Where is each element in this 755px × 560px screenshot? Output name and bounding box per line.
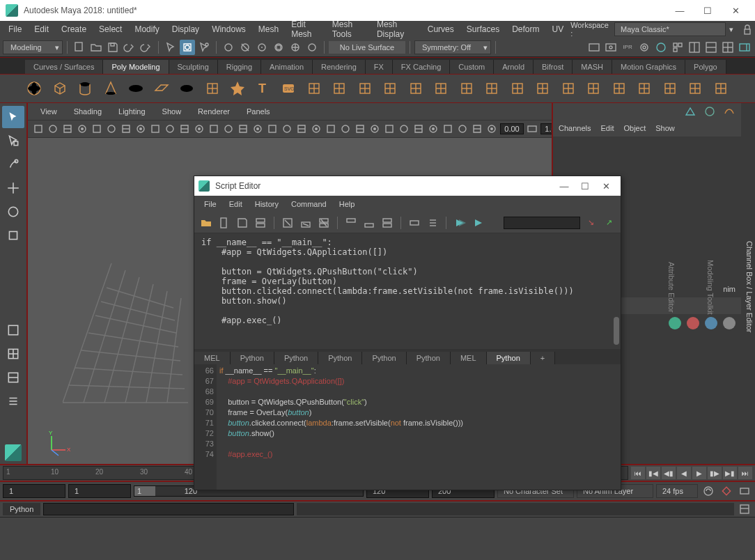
construction-history-icon[interactable] <box>684 105 696 118</box>
se-tab-7[interactable]: Python <box>487 352 531 364</box>
se-minimize-button[interactable]: — <box>554 176 575 196</box>
menu-windows[interactable]: Windows <box>206 22 251 36</box>
vp-tool-25-icon[interactable] <box>398 121 410 137</box>
vp-tool-26-icon[interactable] <box>412 121 425 137</box>
torus-icon[interactable] <box>127 79 146 98</box>
set-key-icon[interactable] <box>719 483 734 499</box>
menu-mesh-tools[interactable]: Mesh Tools <box>327 17 370 41</box>
execute-all-icon[interactable] <box>452 215 467 231</box>
svg-icon[interactable]: SVG <box>279 79 298 98</box>
prefs-icon[interactable] <box>737 483 752 499</box>
side-tab-modeling-toolkit[interactable]: Modeling Toolkit <box>705 253 716 322</box>
vp-tool-23-icon[interactable] <box>368 121 381 137</box>
vp-tool-30-icon[interactable] <box>471 121 483 137</box>
vp-tool-7-icon[interactable] <box>134 121 147 137</box>
grid4-icon[interactable] <box>483 79 501 98</box>
layout-single-icon[interactable] <box>2 319 24 341</box>
command-language-dropdown[interactable]: Python <box>3 503 40 515</box>
step-back-button[interactable]: ◀▮ <box>662 467 676 479</box>
script-output-pane[interactable]: if __name__ == "__main__": #app = QtWidg… <box>194 233 621 349</box>
se-tab-1[interactable]: Python <box>231 352 274 364</box>
rotate-tool[interactable] <box>2 201 24 223</box>
outliner-icon[interactable] <box>2 390 24 412</box>
lasso-tool[interactable] <box>2 130 24 152</box>
soccer-icon[interactable] <box>356 79 375 98</box>
close-button[interactable]: ✕ <box>722 0 749 21</box>
open-script-icon[interactable] <box>199 215 214 231</box>
workspace-dropdown[interactable]: Maya Classic* <box>614 22 726 36</box>
shelf-tab-rigging[interactable]: Rigging <box>218 60 261 74</box>
shelf-tab-motion-graphics[interactable]: Motion Graphics <box>612 60 685 74</box>
move-tool[interactable] <box>2 177 24 199</box>
sphere-icon[interactable] <box>25 79 44 98</box>
step-fwd-button[interactable]: ▮▶ <box>708 467 722 479</box>
plane-icon[interactable] <box>153 79 171 98</box>
sphere2-icon[interactable] <box>610 79 629 98</box>
se-maximize-button[interactable]: ☐ <box>575 176 596 196</box>
vp-tool-12-icon[interactable] <box>208 121 220 137</box>
lasso-select-icon[interactable] <box>180 40 195 55</box>
shelf-tab-animation[interactable]: Animation <box>261 60 313 74</box>
viewport-menu-renderer[interactable]: Renderer <box>191 105 237 118</box>
search-field[interactable] <box>504 217 580 229</box>
select-tool-icon[interactable] <box>163 40 178 55</box>
scale-tool[interactable] <box>2 224 24 247</box>
vp-tool-10-icon[interactable] <box>178 121 191 137</box>
vp-tool-3-icon[interactable] <box>76 121 88 137</box>
viewport-menu-lighting[interactable]: Lighting <box>111 105 153 118</box>
vp-tool-5-icon[interactable] <box>105 121 118 137</box>
shelf-tab-rendering[interactable]: Rendering <box>313 60 366 74</box>
ipr-icon[interactable]: IPR <box>620 40 635 55</box>
menu-edit-mesh[interactable]: Edit Mesh <box>286 17 325 41</box>
snap-live-icon[interactable] <box>288 40 303 55</box>
script-editor-titlebar[interactable]: Script Editor — ☐ ✕ <box>194 176 621 196</box>
shelf-tab-fx[interactable]: FX <box>366 60 393 74</box>
shelf-tab-arnold[interactable]: Arnold <box>494 60 534 74</box>
undo-icon[interactable] <box>122 40 137 55</box>
vp-tool-19-icon[interactable] <box>310 121 322 137</box>
shelf-tab-fx-caching[interactable]: FX Caching <box>393 60 450 74</box>
gear-icon[interactable] <box>305 79 324 98</box>
menu-curves[interactable]: Curves <box>422 22 460 36</box>
se-tab-5[interactable]: Python <box>407 352 451 364</box>
snap-grid-icon[interactable] <box>221 40 236 55</box>
platonic-icon[interactable] <box>203 79 222 98</box>
source-script-icon[interactable] <box>217 215 232 231</box>
save-script-icon[interactable] <box>235 215 250 231</box>
vp-tool-0-icon[interactable] <box>32 121 45 137</box>
play-back-button[interactable]: ◀ <box>677 467 691 479</box>
code-editor[interactable]: if __name__ == "__main__": #app = QtWidg… <box>217 364 621 490</box>
vp-tool-13-icon[interactable] <box>222 121 235 137</box>
layer-btn4-icon[interactable] <box>723 317 735 329</box>
vp-tool-14-icon[interactable] <box>237 121 249 137</box>
se-close-button[interactable]: ✕ <box>596 176 616 196</box>
plane2-icon[interactable] <box>407 79 426 98</box>
script-editor-toggle-icon[interactable] <box>737 501 752 517</box>
workspace-arrow-icon[interactable]: ▾ <box>727 23 735 36</box>
menu-uv[interactable]: UV <box>547 22 570 36</box>
shelf-tab-custom[interactable]: Custom <box>450 60 494 74</box>
se-tab-0[interactable]: MEL <box>194 352 231 364</box>
live-surface-field[interactable]: No Live Surface <box>329 41 405 54</box>
shelf-tab-poly-modeling[interactable]: Poly Modeling <box>103 60 169 74</box>
channelbox-menu-show[interactable]: Show <box>655 124 675 132</box>
scrollbar-thumb[interactable] <box>614 317 619 345</box>
se-tab-2[interactable]: Python <box>274 352 318 364</box>
side-tab-channel-box---layer-editor[interactable]: Channel Box / Layer Editor <box>744 234 755 339</box>
render-settings-icon[interactable] <box>637 40 652 55</box>
range-start-field[interactable]: 1 <box>68 484 131 498</box>
menu-surfaces[interactable]: Surfaces <box>461 22 505 36</box>
panel-layout3-icon[interactable] <box>720 40 735 55</box>
open-scene-icon[interactable] <box>88 40 104 55</box>
anim-start-field[interactable]: 1 <box>3 484 65 498</box>
snap-plane-icon[interactable] <box>271 40 286 55</box>
vp-tool-17-icon[interactable] <box>281 121 293 137</box>
panel-layout2-icon[interactable] <box>703 40 719 55</box>
menu-set-dropdown[interactable]: Modeling <box>3 40 63 54</box>
se-tab-8[interactable]: + <box>531 352 555 364</box>
vp-gamma-icon[interactable] <box>526 121 538 137</box>
paint-select-tool[interactable] <box>2 153 24 176</box>
save-to-shelf-icon[interactable] <box>253 215 268 231</box>
show-both-icon[interactable] <box>380 215 395 231</box>
box4-icon[interactable] <box>584 79 603 98</box>
